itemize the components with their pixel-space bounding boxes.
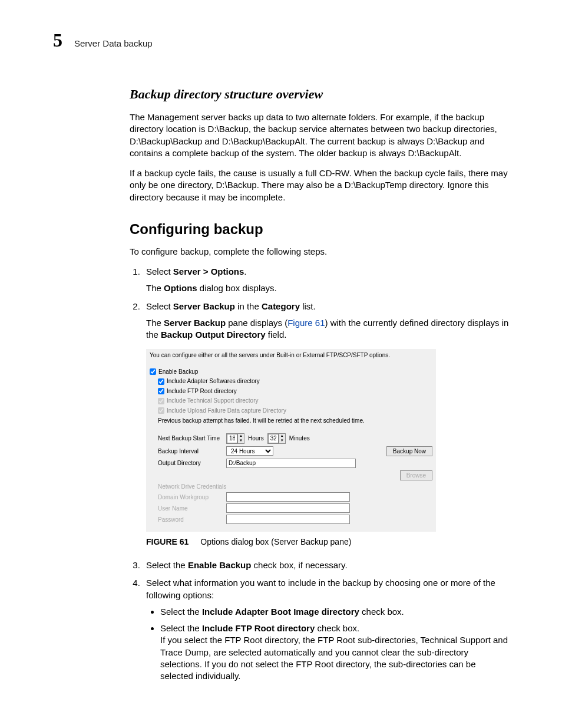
chevron-up-icon[interactable]: ▲ [238,434,244,439]
step-text: Select [146,266,173,276]
backup-status-message: Previous backup attempt has failed. It w… [158,417,432,425]
step-3: Select the Enable Backup check box, if n… [143,559,509,571]
password-label: Password [158,516,223,524]
chapter-number: 5 [53,29,62,51]
bullet-sub: If you select the FTP Root directory, th… [160,634,509,682]
step-text: Select [146,301,173,311]
checkbox-icon[interactable] [150,368,156,375]
bullet-item: Select the Include Adapter Boot Image di… [160,606,509,618]
section-heading-configuring: Configuring backup [130,221,509,238]
password-input [226,515,350,524]
step-2: Select Server Backup in the Category lis… [143,301,509,548]
step-text: in the [235,301,262,311]
checkbox-icon [158,407,164,414]
interval-label: Backup Interval [158,447,223,456]
backup-now-button[interactable]: Backup Now [386,446,432,456]
enable-backup-checkbox[interactable]: Enable Backup [150,368,432,376]
hours-input[interactable] [227,434,237,443]
steps-list: Select Server > Options. The Options dia… [130,266,509,682]
step-text: check box, if necessary. [251,560,347,570]
term: Category [262,301,300,311]
step-text: list. [300,301,316,311]
checkbox-icon [158,398,164,404]
step-sub: The Server Backup pane displays (Figure … [146,317,509,341]
minutes-input[interactable] [268,434,279,443]
bullet-item: Select the Include FTP Root directory ch… [160,622,509,682]
minutes-spinner[interactable]: ▲▼ [267,433,286,444]
interval-select[interactable]: 24 Hours [226,446,273,456]
output-dir-label: Output Directory [158,459,223,467]
checkbox-label: Enable Backup [158,368,198,376]
checkbox-label: Include Technical Support directory [167,397,258,405]
output-directory-row: Output Directory [158,459,432,468]
include-tech-support-checkbox: Include Technical Support directory [158,397,432,405]
domain-label: Domain Workgroup [158,493,223,502]
password-row: Password [158,515,432,524]
chevron-down-icon[interactable]: ▼ [238,439,244,443]
menu-path: Server > Options [173,266,244,276]
dialog-intro-text: You can configure either or all the serv… [150,351,432,360]
backup-interval-row: Backup Interval 24 Hours Backup Now [158,446,432,456]
chevron-down-icon[interactable]: ▼ [279,439,285,443]
credentials-header-row: Network Drive Credentials [158,483,432,491]
chevron-up-icon[interactable]: ▲ [279,434,285,439]
checkbox-icon[interactable] [158,378,164,385]
browse-button: Browse [400,470,432,480]
page-header: 5 Server Data backup [53,29,509,51]
hours-spinner[interactable]: ▲▼ [226,433,244,444]
domain-input [226,492,350,502]
options-dialog-figure: You can configure either or all the serv… [146,349,436,532]
step-text: . [244,266,246,276]
output-dir-input[interactable] [226,459,356,468]
figure-caption: FIGURE 61Options dialog box (Server Back… [146,536,509,548]
step-text: Select the [146,560,188,570]
step-sub: The Options dialog box displays. [146,282,509,294]
term: Server Backup [173,301,235,311]
checkbox-label: Include Adapter Softwares directory [167,377,260,386]
minutes-unit: Minutes [289,434,310,443]
spinner-arrows[interactable]: ▲▼ [237,434,244,443]
paragraph: To configure backup, complete the follow… [130,246,509,258]
step-1: Select Server > Options. The Options dia… [143,266,509,295]
credentials-header: Network Drive Credentials [158,483,226,491]
step-text: Select what information you want to incl… [146,578,495,599]
figure-link[interactable]: Figure 61 [287,318,325,328]
checkbox-icon[interactable] [158,388,164,394]
spinner-arrows[interactable]: ▲▼ [279,434,285,443]
step-4: Select what information you want to incl… [143,577,509,682]
term: Enable Backup [188,560,252,570]
bullet-list: Select the Include Adapter Boot Image di… [146,606,509,683]
username-label: User Name [158,505,223,513]
paragraph: If a backup cycle fails, the cause is us… [130,167,509,203]
section-heading-overview: Backup directory structure overview [130,87,509,102]
browse-row: Browse [158,470,432,480]
username-row: User Name [158,503,432,513]
username-input [226,503,350,513]
figure-title: Options dialog box (Server Backup pane) [200,537,351,546]
paragraph: The Management server backs up data to t… [130,111,509,159]
include-adapter-checkbox[interactable]: Include Adapter Softwares directory [158,377,432,386]
include-upload-failure-checkbox: Include Upload Failure Data capture Dire… [158,407,432,415]
include-ftp-root-checkbox[interactable]: Include FTP Root directory [158,387,432,396]
next-backup-label: Next Backup Start Time [158,434,223,443]
checkbox-label: Include FTP Root directory [167,387,237,396]
domain-row: Domain Workgroup [158,492,432,502]
next-backup-row: Next Backup Start Time ▲▼ Hours ▲▼ Minut… [158,433,432,444]
running-header: Server Data backup [74,38,153,48]
hours-unit: Hours [248,434,264,443]
figure-number: FIGURE 61 [146,537,189,546]
checkbox-label: Include Upload Failure Data capture Dire… [167,407,286,415]
